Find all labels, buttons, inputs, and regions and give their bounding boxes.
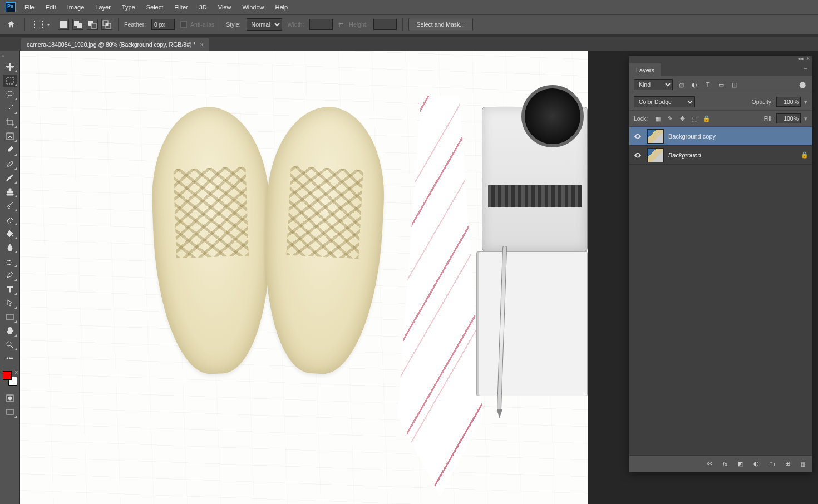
swap-colors-icon[interactable]: ⤭ [14, 370, 18, 375]
lock-all-icon[interactable]: 🔒 [702, 114, 711, 123]
menu-help[interactable]: Help [270, 1, 294, 13]
filter-kind-select[interactable]: Kind [634, 79, 673, 90]
hand-icon [6, 327, 14, 335]
new-layer-icon[interactable]: ⊞ [783, 459, 792, 468]
dodge-tool[interactable] [3, 255, 17, 268]
menu-file[interactable]: File [19, 1, 40, 13]
screen-mode-button[interactable] [3, 406, 17, 418]
fill-dropdown-icon[interactable]: ▾ [804, 115, 807, 122]
path-selection-tool[interactable] [3, 297, 17, 309]
svg-rect-8 [7, 77, 13, 84]
color-swatch[interactable]: ⤭ [3, 371, 17, 386]
lock-transparency-icon[interactable]: ▦ [653, 114, 662, 123]
link-layers-icon[interactable]: ⚯ [705, 459, 714, 468]
move-tool[interactable] [3, 61, 17, 73]
menu-select[interactable]: Select [141, 1, 169, 13]
menu-image[interactable]: Image [62, 1, 90, 13]
lock-position-icon[interactable]: ✥ [678, 114, 687, 123]
menu-bar: File Edit Image Layer Type Select Filter… [0, 0, 818, 14]
separator [220, 18, 220, 31]
panel-handle[interactable]: ◂◂ × [629, 56, 812, 61]
lasso-tool[interactable] [3, 88, 17, 101]
layer-style-icon[interactable]: fx [721, 459, 730, 468]
menu-window[interactable]: Window [236, 1, 269, 13]
filter-pixel-icon[interactable]: ▧ [676, 80, 686, 90]
lock-image-icon[interactable]: ✎ [666, 114, 674, 123]
layer-row[interactable]: Background 🔒 [629, 146, 812, 165]
foreground-color[interactable] [3, 371, 12, 380]
layer-thumbnail[interactable] [647, 148, 664, 162]
pen-tool[interactable] [3, 269, 17, 281]
menu-layer[interactable]: Layer [90, 1, 116, 13]
zoom-tool[interactable] [3, 339, 17, 351]
crop-tool[interactable] [3, 116, 17, 129]
rectangle-tool[interactable] [3, 311, 17, 323]
marquee-icon [6, 76, 14, 85]
home-button[interactable] [3, 18, 19, 31]
visibility-toggle[interactable] [633, 131, 643, 141]
blend-opacity-row: Color Dodge Opacity: ▾ [629, 93, 812, 111]
filter-toggle-icon[interactable]: ⬤ [797, 80, 807, 90]
selection-add-button[interactable] [72, 19, 83, 30]
menu-edit[interactable]: Edit [40, 1, 62, 13]
quick-mask-button[interactable] [3, 392, 17, 404]
eraser-icon [6, 215, 14, 224]
collapse-icon[interactable]: ◂◂ [798, 56, 804, 61]
magic-wand-tool[interactable] [3, 102, 17, 115]
expand-panel-icon[interactable]: » [0, 53, 4, 59]
quickmask-icon [6, 394, 14, 403]
crop-icon [6, 118, 14, 127]
layer-name[interactable]: Background copy [668, 133, 716, 140]
blend-mode-select[interactable]: Color Dodge [634, 96, 695, 107]
type-tool[interactable] [3, 283, 17, 295]
close-tab-icon[interactable]: × [200, 41, 203, 48]
selection-subtract-button[interactable] [87, 19, 98, 30]
marquee-icon [34, 21, 43, 28]
filter-adjustment-icon[interactable]: ◐ [689, 80, 699, 90]
menu-view[interactable]: View [213, 1, 237, 13]
filter-shape-icon[interactable]: ▭ [716, 80, 726, 90]
layer-thumbnail[interactable] [647, 129, 664, 144]
filter-type-icon[interactable]: T [703, 80, 713, 90]
select-and-mask-button[interactable]: Select and Mask... [408, 18, 473, 31]
frame-tool[interactable] [3, 130, 17, 142]
selection-intersect-button[interactable] [101, 19, 112, 30]
panel-menu-icon[interactable]: ≡ [800, 63, 812, 76]
opacity-dropdown-icon[interactable]: ▾ [804, 98, 807, 106]
style-select[interactable]: Normal [247, 18, 282, 31]
layer-name[interactable]: Background [668, 152, 701, 159]
history-brush-tool[interactable] [3, 200, 17, 212]
lock-artboard-icon[interactable]: ⬚ [690, 114, 699, 123]
brush-tool[interactable] [3, 172, 17, 184]
feather-input[interactable] [151, 19, 175, 30]
visibility-toggle[interactable] [633, 150, 643, 160]
blur-tool[interactable] [3, 241, 17, 254]
document-canvas[interactable] [20, 51, 588, 504]
document-tab[interactable]: camera-1840054_1920.jpg @ 80% (Backgroun… [21, 38, 209, 51]
menu-3d[interactable]: 3D [194, 1, 213, 13]
hand-tool[interactable] [3, 325, 17, 337]
opacity-input[interactable] [776, 97, 801, 107]
adjustment-layer-icon[interactable]: ◐ [752, 459, 761, 468]
gradient-tool[interactable] [3, 228, 17, 240]
close-panel-icon[interactable]: × [807, 56, 810, 61]
delete-layer-icon[interactable]: 🗑 [799, 459, 807, 468]
fill-input[interactable] [776, 113, 801, 123]
layer-row[interactable]: Background copy [629, 127, 812, 146]
layers-tab[interactable]: Layers [629, 63, 661, 77]
group-layers-icon[interactable]: 🗀 [767, 459, 776, 468]
selection-new-button[interactable] [58, 19, 69, 30]
eyedropper-tool[interactable] [3, 144, 17, 156]
layer-mask-icon[interactable]: ◩ [736, 459, 745, 468]
menu-filter[interactable]: Filter [169, 1, 193, 13]
canvas-content [482, 107, 588, 251]
edit-toolbar-button[interactable]: ••• [3, 353, 17, 365]
clone-stamp-tool[interactable] [3, 186, 17, 198]
marquee-tool[interactable] [3, 75, 17, 87]
rectangle-icon [6, 313, 14, 322]
healing-brush-tool[interactable] [3, 158, 17, 170]
eraser-tool[interactable] [3, 214, 17, 226]
tool-preset-picker[interactable] [31, 18, 46, 31]
filter-smart-icon[interactable]: ◫ [730, 80, 740, 90]
menu-type[interactable]: Type [116, 1, 141, 13]
